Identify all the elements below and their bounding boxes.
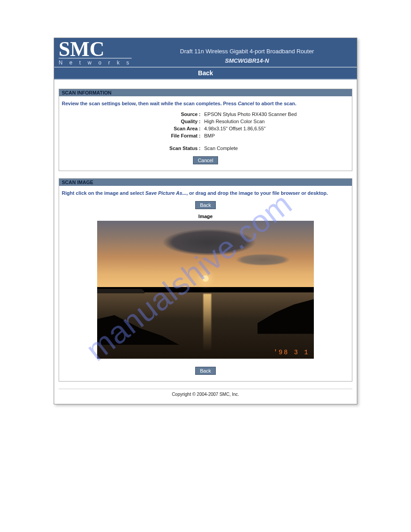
instr2-pre: Right click on the image and select bbox=[62, 190, 145, 196]
scan-image-title: SCAN IMAGE bbox=[59, 179, 352, 186]
scan-information-instructions: Review the scan settings below, then wai… bbox=[62, 101, 349, 106]
product-model: SMCWGBR14-N bbox=[225, 57, 269, 66]
instr-text-after: to abort the scan. bbox=[254, 101, 296, 106]
sun-reflection bbox=[203, 294, 211, 352]
quality-label: Quality : bbox=[111, 119, 201, 124]
back-button-bottom[interactable]: Back bbox=[195, 367, 216, 375]
copyright-footer: Copyright © 2004-2007 SMC, Inc. bbox=[59, 389, 352, 401]
scan-image-panel: SCAN IMAGE Right click on the image and … bbox=[59, 178, 352, 382]
scan-status-value: Scan Complete bbox=[204, 146, 297, 151]
quality-value: High Resolution Color Scan bbox=[204, 119, 297, 124]
back-button-top[interactable]: Back bbox=[195, 201, 216, 209]
scan-information-title: SCAN INFORMATION bbox=[59, 89, 352, 96]
instr-cancel-word: Cancel bbox=[238, 101, 254, 106]
photo-datestamp: '98 3 1 bbox=[274, 349, 309, 356]
instr2-post: , or drag and drop the image to your fil… bbox=[186, 190, 328, 196]
scan-settings-list: Source : EPSON Stylus Photo RX430 Scanne… bbox=[111, 112, 349, 151]
file-format-label: File Format : bbox=[111, 133, 201, 138]
scan-information-panel: SCAN INFORMATION Review the scan setting… bbox=[59, 89, 352, 171]
product-description: Draft 11n Wireless Gigabit 4-port Broadb… bbox=[180, 48, 314, 57]
scan-area-value: 4.98x3.15" Offset 1.86,6.55" bbox=[204, 126, 297, 131]
brand-name: SMC bbox=[59, 41, 132, 58]
cloud-icon bbox=[236, 254, 290, 266]
scan-status-label: Scan Status : bbox=[111, 146, 201, 151]
cancel-button[interactable]: Cancel bbox=[193, 156, 218, 164]
cloud-icon bbox=[162, 229, 256, 256]
image-caption: Image bbox=[62, 214, 349, 219]
page-title: Back bbox=[54, 67, 357, 80]
scan-image-instructions: Right click on the image and select Save… bbox=[62, 190, 349, 196]
file-format-value: BMP bbox=[204, 133, 297, 138]
brand-subtitle: N e t w o r k s bbox=[59, 58, 132, 66]
headland-silhouette bbox=[97, 289, 145, 293]
brand-logo: SMC N e t w o r k s bbox=[59, 41, 132, 66]
source-label: Source : bbox=[111, 112, 201, 117]
instr2-save-as: Save Picture As... bbox=[145, 190, 186, 196]
router-admin-frame: SMC N e t w o r k s Draft 11n Wireless G… bbox=[54, 38, 357, 404]
instr-text: Review the scan settings below, then wai… bbox=[62, 101, 238, 106]
scan-area-label: Scan Area : bbox=[111, 126, 201, 131]
scanned-image[interactable]: '98 3 1 bbox=[97, 221, 314, 359]
header-bar: SMC N e t w o r k s Draft 11n Wireless G… bbox=[54, 38, 357, 67]
source-value: EPSON Stylus Photo RX430 Scanner Bed bbox=[204, 112, 297, 117]
